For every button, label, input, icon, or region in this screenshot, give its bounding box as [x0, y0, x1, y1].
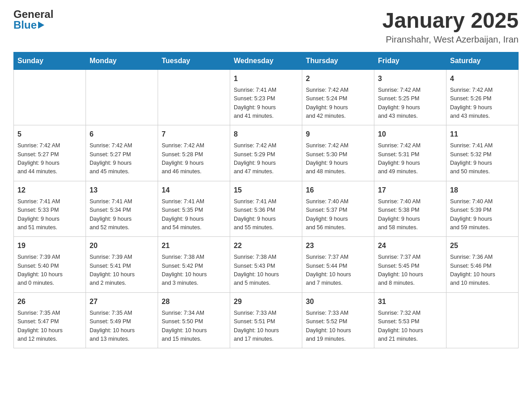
- day-info: Sunrise: 7:41 AM Sunset: 5:35 PM Dayligh…: [162, 197, 226, 232]
- day-number: 18: [450, 185, 515, 196]
- day-number: 23: [306, 240, 370, 251]
- day-number: 20: [90, 240, 154, 251]
- calendar-cell: 22Sunrise: 7:38 AM Sunset: 5:43 PM Dayli…: [230, 237, 302, 293]
- calendar-cell: 13Sunrise: 7:41 AM Sunset: 5:34 PM Dayli…: [86, 181, 158, 237]
- day-info: Sunrise: 7:35 AM Sunset: 5:49 PM Dayligh…: [90, 309, 154, 344]
- calendar-cell: [158, 69, 230, 125]
- day-info: Sunrise: 7:33 AM Sunset: 5:51 PM Dayligh…: [234, 309, 298, 344]
- calendar-cell: 28Sunrise: 7:34 AM Sunset: 5:50 PM Dayli…: [158, 292, 230, 348]
- day-info: Sunrise: 7:36 AM Sunset: 5:46 PM Dayligh…: [450, 253, 515, 288]
- calendar-cell: 1Sunrise: 7:41 AM Sunset: 5:23 PM Daylig…: [230, 69, 302, 125]
- title-block: January 2025 Piranshahr, West Azerbaijan…: [382, 9, 519, 45]
- day-info: Sunrise: 7:42 AM Sunset: 5:25 PM Dayligh…: [378, 86, 442, 121]
- day-info: Sunrise: 7:40 AM Sunset: 5:39 PM Dayligh…: [450, 197, 515, 232]
- day-number: 14: [162, 185, 226, 196]
- calendar-week-row: 12Sunrise: 7:41 AM Sunset: 5:33 PM Dayli…: [14, 181, 519, 237]
- calendar-cell: 10Sunrise: 7:42 AM Sunset: 5:31 PM Dayli…: [374, 125, 446, 181]
- day-info: Sunrise: 7:42 AM Sunset: 5:24 PM Dayligh…: [306, 86, 370, 121]
- calendar-table: SundayMondayTuesdayWednesdayThursdayFrid…: [13, 52, 519, 349]
- day-info: Sunrise: 7:42 AM Sunset: 5:28 PM Dayligh…: [162, 141, 226, 176]
- calendar-cell: 9Sunrise: 7:42 AM Sunset: 5:30 PM Daylig…: [302, 125, 374, 181]
- day-of-week-header: Tuesday: [158, 52, 230, 69]
- calendar-cell: 19Sunrise: 7:39 AM Sunset: 5:40 PM Dayli…: [14, 237, 86, 293]
- day-info: Sunrise: 7:37 AM Sunset: 5:44 PM Dayligh…: [306, 253, 370, 288]
- day-info: Sunrise: 7:41 AM Sunset: 5:34 PM Dayligh…: [90, 197, 154, 232]
- calendar-cell: 31Sunrise: 7:32 AM Sunset: 5:53 PM Dayli…: [374, 292, 446, 348]
- day-number: 10: [378, 129, 442, 140]
- day-number: 22: [234, 240, 298, 251]
- day-info: Sunrise: 7:40 AM Sunset: 5:37 PM Dayligh…: [306, 197, 370, 232]
- day-number: 5: [17, 129, 82, 140]
- calendar-cell: 29Sunrise: 7:33 AM Sunset: 5:51 PM Dayli…: [230, 292, 302, 348]
- day-info: Sunrise: 7:38 AM Sunset: 5:43 PM Dayligh…: [234, 253, 298, 288]
- calendar-cell: 27Sunrise: 7:35 AM Sunset: 5:49 PM Dayli…: [86, 292, 158, 348]
- day-info: Sunrise: 7:39 AM Sunset: 5:40 PM Dayligh…: [17, 253, 82, 288]
- day-info: Sunrise: 7:42 AM Sunset: 5:27 PM Dayligh…: [90, 141, 154, 176]
- day-number: 27: [90, 296, 154, 307]
- calendar-cell: 5Sunrise: 7:42 AM Sunset: 5:27 PM Daylig…: [14, 125, 86, 181]
- day-number: 4: [450, 73, 515, 84]
- calendar-cell: 14Sunrise: 7:41 AM Sunset: 5:35 PM Dayli…: [158, 181, 230, 237]
- calendar-week-row: 1Sunrise: 7:41 AM Sunset: 5:23 PM Daylig…: [14, 69, 519, 125]
- day-of-week-header: Saturday: [446, 52, 519, 69]
- calendar-cell: 23Sunrise: 7:37 AM Sunset: 5:44 PM Dayli…: [302, 237, 374, 293]
- day-number: 12: [17, 185, 82, 196]
- logo-arrow-icon: [38, 21, 44, 29]
- day-number: 19: [17, 240, 82, 251]
- day-info: Sunrise: 7:41 AM Sunset: 5:23 PM Dayligh…: [234, 86, 298, 121]
- day-info: Sunrise: 7:41 AM Sunset: 5:32 PM Dayligh…: [450, 141, 515, 176]
- logo-line1: General: [13, 9, 53, 20]
- month-year-title: January 2025: [382, 9, 519, 33]
- day-number: 9: [306, 129, 370, 140]
- day-info: Sunrise: 7:37 AM Sunset: 5:45 PM Dayligh…: [378, 253, 442, 288]
- day-info: Sunrise: 7:42 AM Sunset: 5:27 PM Dayligh…: [17, 141, 82, 176]
- calendar-week-row: 5Sunrise: 7:42 AM Sunset: 5:27 PM Daylig…: [14, 125, 519, 181]
- day-number: 26: [17, 296, 82, 307]
- day-info: Sunrise: 7:39 AM Sunset: 5:41 PM Dayligh…: [90, 253, 154, 288]
- day-number: 13: [90, 185, 154, 196]
- day-info: Sunrise: 7:34 AM Sunset: 5:50 PM Dayligh…: [162, 309, 226, 344]
- calendar-cell: 3Sunrise: 7:42 AM Sunset: 5:25 PM Daylig…: [374, 69, 446, 125]
- calendar-cell: 12Sunrise: 7:41 AM Sunset: 5:33 PM Dayli…: [14, 181, 86, 237]
- page-header: General Blue January 2025 Piranshahr, We…: [13, 9, 519, 45]
- day-info: Sunrise: 7:38 AM Sunset: 5:42 PM Dayligh…: [162, 253, 226, 288]
- day-info: Sunrise: 7:35 AM Sunset: 5:47 PM Dayligh…: [17, 309, 82, 344]
- day-number: 8: [234, 129, 298, 140]
- calendar-cell: [446, 292, 519, 348]
- day-number: 29: [234, 296, 298, 307]
- day-info: Sunrise: 7:40 AM Sunset: 5:38 PM Dayligh…: [378, 197, 442, 232]
- calendar-week-row: 26Sunrise: 7:35 AM Sunset: 5:47 PM Dayli…: [14, 292, 519, 348]
- day-info: Sunrise: 7:42 AM Sunset: 5:29 PM Dayligh…: [234, 141, 298, 176]
- day-number: 11: [450, 129, 515, 140]
- calendar-cell: 20Sunrise: 7:39 AM Sunset: 5:41 PM Dayli…: [86, 237, 158, 293]
- day-number: 2: [306, 73, 370, 84]
- day-number: 6: [90, 129, 154, 140]
- day-of-week-header: Wednesday: [230, 52, 302, 69]
- calendar-cell: 7Sunrise: 7:42 AM Sunset: 5:28 PM Daylig…: [158, 125, 230, 181]
- day-of-week-header: Monday: [86, 52, 158, 69]
- day-number: 7: [162, 129, 226, 140]
- calendar-cell: 26Sunrise: 7:35 AM Sunset: 5:47 PM Dayli…: [14, 292, 86, 348]
- logo: General Blue: [13, 9, 53, 30]
- day-of-week-header: Thursday: [302, 52, 374, 69]
- calendar-week-row: 19Sunrise: 7:39 AM Sunset: 5:40 PM Dayli…: [14, 237, 519, 293]
- calendar-header-row: SundayMondayTuesdayWednesdayThursdayFrid…: [14, 52, 519, 69]
- calendar-cell: 2Sunrise: 7:42 AM Sunset: 5:24 PM Daylig…: [302, 69, 374, 125]
- day-number: 15: [234, 185, 298, 196]
- calendar-cell: 25Sunrise: 7:36 AM Sunset: 5:46 PM Dayli…: [446, 237, 519, 293]
- calendar-cell: 17Sunrise: 7:40 AM Sunset: 5:38 PM Dayli…: [374, 181, 446, 237]
- day-of-week-header: Sunday: [14, 52, 86, 69]
- calendar-cell: 4Sunrise: 7:42 AM Sunset: 5:26 PM Daylig…: [446, 69, 519, 125]
- day-of-week-header: Friday: [374, 52, 446, 69]
- day-info: Sunrise: 7:42 AM Sunset: 5:26 PM Dayligh…: [450, 86, 515, 121]
- day-number: 3: [378, 73, 442, 84]
- day-info: Sunrise: 7:41 AM Sunset: 5:36 PM Dayligh…: [234, 197, 298, 232]
- day-info: Sunrise: 7:42 AM Sunset: 5:31 PM Dayligh…: [378, 141, 442, 176]
- calendar-cell: 18Sunrise: 7:40 AM Sunset: 5:39 PM Dayli…: [446, 181, 519, 237]
- logo-line2: Blue: [13, 20, 44, 30]
- calendar-cell: 21Sunrise: 7:38 AM Sunset: 5:42 PM Dayli…: [158, 237, 230, 293]
- calendar-cell: 30Sunrise: 7:33 AM Sunset: 5:52 PM Dayli…: [302, 292, 374, 348]
- day-number: 16: [306, 185, 370, 196]
- day-number: 24: [378, 240, 442, 251]
- day-info: Sunrise: 7:33 AM Sunset: 5:52 PM Dayligh…: [306, 309, 370, 344]
